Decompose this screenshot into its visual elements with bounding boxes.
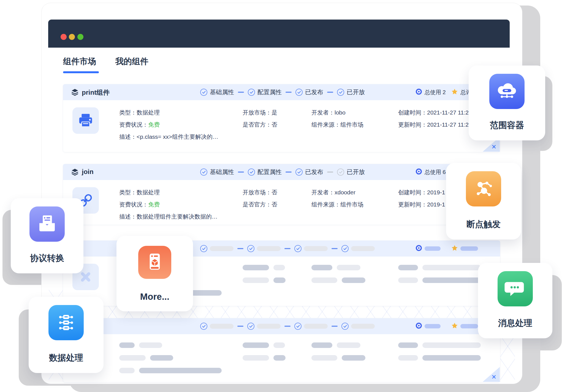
eye-icon bbox=[416, 88, 422, 96]
skeleton-pill bbox=[304, 246, 328, 251]
status-steps: 基础属性 配置属性 已发布 已开放 bbox=[200, 84, 365, 100]
skeleton-pill bbox=[210, 246, 234, 251]
status-steps-skeleton bbox=[200, 241, 375, 257]
field-label: 开放市场： bbox=[243, 189, 272, 195]
step-connector bbox=[238, 172, 244, 173]
app-box-icon bbox=[138, 246, 171, 279]
check-icon bbox=[248, 168, 255, 176]
field-label: 类型： bbox=[119, 109, 137, 116]
chip-label: 协议转换 bbox=[11, 252, 83, 264]
component-card-join[interactable]: join 基础属性 配置属性 已发布 已开放 总使用 6 bbox=[63, 164, 500, 225]
molecule-icon bbox=[466, 171, 501, 206]
step-label: 已开放 bbox=[347, 88, 365, 96]
chip-more[interactable]: More... bbox=[116, 236, 193, 311]
field-label: 开发者： bbox=[311, 109, 335, 116]
tab-my-components[interactable]: 我的组件 bbox=[115, 56, 148, 67]
field-column: 创建时间：2021-11-27 11:2 更新时间：2021-11-27 11:… bbox=[398, 108, 469, 133]
skeleton-pill bbox=[210, 324, 234, 329]
tab-component-market[interactable]: 组件市场 bbox=[63, 56, 96, 67]
step-connector bbox=[332, 248, 338, 249]
skeleton-pill bbox=[273, 342, 285, 348]
minimize-traffic-light[interactable] bbox=[69, 34, 75, 40]
maximize-traffic-light[interactable] bbox=[77, 34, 83, 40]
step-label: 基础属性 bbox=[210, 88, 234, 96]
field-value: 是 bbox=[272, 109, 277, 116]
skeleton-pill bbox=[273, 277, 286, 283]
database-nodes-icon bbox=[48, 305, 84, 340]
check-icon bbox=[200, 168, 207, 176]
field-label: 创建时间： bbox=[398, 109, 427, 116]
step-connector bbox=[327, 172, 333, 173]
check-icon bbox=[295, 89, 303, 96]
step-label: 已开放 bbox=[347, 168, 365, 176]
step-connector bbox=[237, 326, 243, 327]
card-header bbox=[63, 318, 500, 334]
check-icon bbox=[200, 89, 207, 96]
component-card-print[interactable]: print组件 基础属性 配置属性 已发布 已开放 总使用 2 bbox=[63, 84, 500, 152]
check-icon bbox=[294, 323, 302, 330]
check-icon bbox=[200, 245, 207, 252]
step-connector bbox=[286, 172, 292, 173]
skeleton-pill bbox=[398, 355, 418, 361]
skeleton-pill bbox=[342, 277, 365, 283]
field-column: 创建时间：2019-1 更新时间：2019-1 bbox=[398, 188, 445, 213]
field-value: 数据处理 bbox=[137, 109, 160, 116]
skeleton-column bbox=[398, 265, 481, 290]
field-label: 组件来源： bbox=[311, 201, 340, 208]
field-value: 2019-1 bbox=[427, 189, 445, 195]
skeleton-column bbox=[311, 342, 365, 368]
chip-range-container[interactable]: 范围容器 bbox=[469, 66, 545, 140]
usage-stat: 总使用 6 bbox=[416, 164, 446, 180]
card-corner-close[interactable]: ✕ bbox=[483, 367, 500, 382]
chip-protocol-conversion[interactable]: 协议转换 bbox=[11, 198, 83, 273]
usage-stat: 总使用 2 bbox=[416, 84, 446, 100]
chip-data-processing[interactable]: 数据处理 bbox=[29, 297, 104, 373]
field-value: 2019-1 bbox=[427, 201, 445, 208]
field-value: 数据处理 bbox=[137, 189, 160, 195]
field-value: 2021-11-27 11:2 bbox=[427, 121, 469, 128]
skeleton-pill bbox=[243, 265, 269, 270]
field-label: 类型： bbox=[119, 189, 137, 195]
check-icon bbox=[295, 168, 303, 176]
check-icon bbox=[247, 323, 254, 330]
active-tab-underline bbox=[63, 71, 99, 73]
skeleton-pill bbox=[119, 368, 135, 373]
field-value: <p.class= xx>组件主要解决的… bbox=[137, 134, 218, 140]
star-icon bbox=[451, 88, 458, 96]
chip-breakpoint-trigger[interactable]: 断点触发 bbox=[446, 163, 521, 239]
component-card-skeleton[interactable]: ✕ bbox=[63, 318, 500, 382]
card-header: print组件 基础属性 配置属性 已发布 已开放 总使用 2 bbox=[63, 84, 500, 100]
check-icon bbox=[248, 89, 255, 96]
card-body: ✕ bbox=[63, 334, 500, 382]
skeleton-pill bbox=[311, 265, 332, 270]
field-column: 开发者：xdooder 组件来源：组件市场 bbox=[311, 188, 363, 213]
close-icon: ✕ bbox=[492, 143, 496, 151]
check-icon bbox=[247, 245, 254, 252]
close-traffic-light[interactable] bbox=[61, 34, 67, 40]
skeleton-pill bbox=[460, 324, 478, 328]
status-steps: 基础属性 配置属性 已发布 已开放 bbox=[200, 164, 365, 180]
field-label: 开发者： bbox=[311, 189, 335, 195]
page: 组件市场 我的组件 print组件 基础属性 配置属性 bbox=[0, 0, 562, 392]
usage-count: 总使用 2 bbox=[425, 89, 446, 96]
chip-message-processing[interactable]: 消息处理 bbox=[478, 263, 552, 338]
skeleton-pill bbox=[139, 342, 162, 348]
eye-icon bbox=[416, 322, 422, 330]
skeleton-pill bbox=[425, 324, 441, 328]
chip-label: 数据处理 bbox=[29, 352, 104, 364]
field-value: 2021-11-27 11:2 bbox=[427, 109, 469, 116]
field-column: 类型：数据处理 资费状况：免费 描述：<p.class= xx>组件主要解决的… bbox=[119, 108, 218, 145]
component-name: join bbox=[82, 168, 94, 176]
skeleton-pill bbox=[422, 277, 481, 283]
skeleton-pill bbox=[243, 342, 269, 348]
step-connector bbox=[237, 248, 243, 249]
chip-label: 范围容器 bbox=[469, 119, 545, 131]
skeleton-column bbox=[398, 342, 481, 368]
chip-label: 消息处理 bbox=[478, 317, 552, 329]
skeleton-pill bbox=[243, 355, 269, 361]
skeleton-pill bbox=[337, 265, 360, 270]
close-icon: ✕ bbox=[492, 374, 496, 381]
field-value: 否 bbox=[272, 201, 277, 208]
field-label: 组件来源： bbox=[311, 121, 340, 128]
field-label: 更新时间： bbox=[398, 201, 427, 208]
